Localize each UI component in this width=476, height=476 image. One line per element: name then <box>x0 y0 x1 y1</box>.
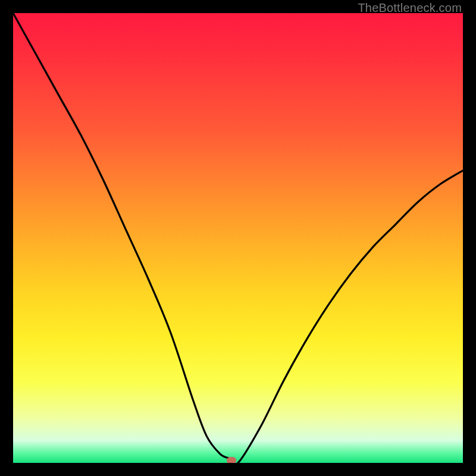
chart-frame: TheBottleneck.com <box>0 0 476 476</box>
bottleneck-curve <box>13 13 463 463</box>
plot-area <box>13 13 463 463</box>
watermark-text: TheBottleneck.com <box>358 1 462 15</box>
optimum-marker <box>227 457 236 463</box>
curve-path <box>13 13 463 463</box>
